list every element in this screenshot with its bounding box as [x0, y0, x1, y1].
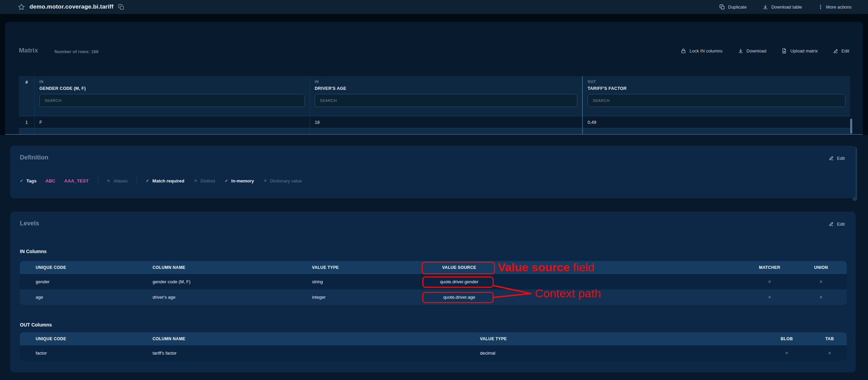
flag-label: Match required [153, 178, 184, 183]
flag-label: Dictionary value [270, 178, 302, 183]
matrix-column-header-gender: IN GENDER CODE (M, F) [34, 76, 310, 116]
column-group-label: IN [39, 80, 305, 84]
levels-edit-label: Edit [837, 222, 845, 227]
column-name-cell: gender code (M, F) [153, 279, 312, 284]
definition-edit-button[interactable]: Edit [829, 155, 845, 161]
check-icon: ✓ [20, 178, 23, 183]
out-table-header: UNIQUE CODE COLUMN NAME VALUE TYPE BLOB … [20, 332, 847, 345]
flag-in-memory: ✓ In-memory [225, 178, 254, 183]
tags-label: Tags [26, 178, 36, 183]
factor-search-input[interactable] [588, 94, 845, 107]
more-actions-button[interactable]: More actions [818, 4, 852, 10]
favorite-star-icon[interactable] [18, 3, 25, 11]
matrix-column-header-factor: OUT TARIFF'S FACTOR [582, 76, 850, 116]
lock-in-columns-button[interactable]: Lock IN columns [680, 48, 722, 54]
header-column-name: COLUMN NAME [153, 265, 312, 270]
cross-icon: ✕ [107, 178, 110, 183]
matcher-cross-icon: ✕ [744, 279, 795, 284]
upload-matrix-button[interactable]: Upload matrix [781, 48, 818, 54]
matrix-edit-label: Edit [842, 48, 849, 54]
flag-distinct: ✕ Distinct [194, 178, 215, 183]
download-table-button[interactable]: Download table [762, 4, 802, 10]
matrix-column-header-age: IN DRIVER'S AGE [310, 76, 582, 116]
age-cell[interactable]: 18 [310, 116, 582, 128]
flag-label: Distinct [201, 178, 215, 183]
upload-matrix-label: Upload matrix [790, 48, 818, 54]
definition-flags-row: ✓ Tags ABC AAA_TEST ✕ Aliases ✓ Match re… [20, 177, 302, 184]
header-column-name: COLUMN NAME [153, 336, 480, 341]
upload-file-icon [781, 48, 787, 54]
lock-in-columns-label: Lock IN columns [689, 48, 722, 54]
definition-section: Definition Edit ✓ Tags ABC AAA_TEST ✕ Al… [10, 146, 856, 198]
tag-value: AAA_TEST [64, 178, 89, 183]
annotation-gender-source-box [422, 276, 494, 288]
header-tab: TAB [812, 336, 847, 341]
column-group-label: OUT [588, 80, 845, 84]
matrix-download-label: Download [747, 48, 767, 54]
annotation-context-path-text: Context path [535, 287, 601, 300]
matrix-row-partial [19, 128, 850, 134]
top-bar: demo.motor.coverage.bi.tariff Duplicate [0, 0, 868, 14]
pencil-icon [829, 155, 834, 161]
in-columns-label: IN Columns [20, 249, 47, 254]
column-name-label: TARIFF'S FACTOR [588, 86, 845, 91]
pencil-icon [833, 48, 839, 54]
unique-code-cell: age [20, 295, 153, 300]
gender-cell[interactable]: F [34, 116, 310, 128]
download-icon [762, 4, 768, 10]
out-table-row-factor: factor tariff's factor decimal ✕ ✕ [20, 345, 847, 361]
download-table-label: Download table [771, 4, 802, 10]
annotation-value-source-header-box [422, 262, 495, 274]
row-index-cell: 1 [19, 116, 34, 128]
check-icon: ✓ [146, 178, 149, 183]
matrix-table: # IN GENDER CODE (M, F) IN DRIVER'S AGE … [19, 76, 850, 134]
header-value-type: VALUE TYPE [480, 336, 590, 341]
blob-cross-icon: ✕ [761, 351, 812, 356]
divider [137, 177, 137, 184]
value-type-cell: decimal [480, 351, 590, 356]
flag-tags: ✓ Tags ABC AAA_TEST [20, 178, 89, 183]
page: demo.motor.coverage.bi.tariff Duplicate [0, 0, 868, 380]
column-name-label: GENDER CODE (M, F) [39, 86, 305, 91]
more-actions-dots-icon [818, 4, 823, 10]
matrix-vertical-scrollbar[interactable] [850, 119, 852, 134]
annotation-connector-lines [492, 283, 535, 300]
divider [98, 177, 98, 184]
more-actions-label: More actions [826, 4, 852, 10]
value-type-cell: string [312, 279, 405, 284]
copy-name-icon[interactable] [118, 4, 124, 10]
annotation-value-source-text: Value source field [498, 261, 594, 274]
duplicate-button[interactable]: Duplicate [719, 4, 747, 10]
factor-cell[interactable]: 0,49 [582, 116, 850, 128]
matcher-cross-icon: ✕ [744, 295, 795, 300]
download-icon [738, 48, 744, 54]
unique-code-cell: factor [20, 351, 153, 356]
matrix-edit-button[interactable]: Edit [833, 48, 849, 54]
pencil-icon [829, 221, 834, 227]
gender-search-input[interactable] [39, 94, 305, 107]
header-matcher: MATCHER [744, 265, 795, 270]
out-columns-table: UNIQUE CODE COLUMN NAME VALUE TYPE BLOB … [20, 332, 847, 361]
matrix-title: Matrix [19, 47, 38, 54]
matrix-download-button[interactable]: Download [738, 48, 767, 54]
flag-aliases: ✕ Aliases [107, 178, 128, 183]
duplicate-icon [719, 4, 725, 10]
union-cross-icon: ✕ [795, 279, 847, 284]
union-cross-icon: ✕ [795, 295, 847, 300]
flag-label: Aliases [113, 178, 128, 183]
flag-dictionary-value: ✕ Dictionary value [264, 178, 302, 183]
header-blob: BLOB [761, 336, 812, 341]
matrix-row-count: Number of rows: 166 [55, 49, 99, 54]
lock-icon [680, 48, 686, 54]
unique-code-cell: gender [20, 279, 153, 284]
flag-match-required: ✓ Match required [146, 178, 184, 183]
header-union: UNION [795, 265, 847, 270]
levels-edit-button[interactable]: Edit [829, 221, 845, 227]
matrix-row[interactable]: 1 F 18 0,49 [19, 116, 850, 128]
flag-label: In-memory [231, 178, 254, 183]
header-value-type: VALUE TYPE [312, 265, 405, 270]
page-title: demo.motor.coverage.bi.tariff [29, 3, 113, 10]
tag-value: ABC [45, 178, 55, 183]
age-search-input[interactable] [315, 94, 577, 107]
matrix-index-header: # [19, 76, 34, 116]
